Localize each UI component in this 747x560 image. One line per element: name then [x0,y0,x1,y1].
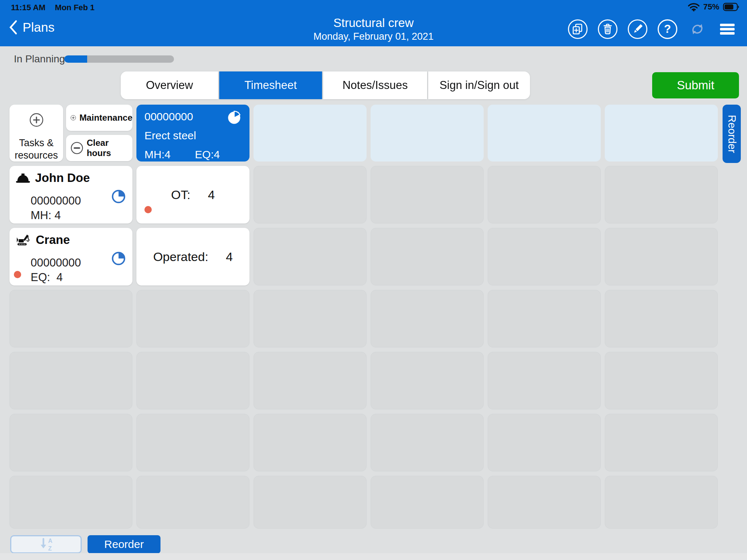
status-bar-left: 11:15 AM Mon Feb 1 [11,3,94,12]
empty-cell[interactable] [136,476,249,529]
edit-button[interactable] [627,19,648,39]
status-time: 11:15 AM [11,3,46,12]
reorder-side-label: Reorder [726,115,738,153]
wifi-icon [688,3,700,11]
resource-card-john-doe[interactable]: John Doe 00000000 MH: 4 [9,166,132,223]
menu-button[interactable] [717,19,738,39]
empty-cell[interactable] [9,290,132,347]
maintenance-button[interactable]: Maintenance [66,105,132,131]
empty-cell[interactable] [9,476,132,529]
header-toolbar: ? [568,19,738,39]
app-root: 11:15 AM Mon Feb 1 75% Plans [0,0,747,560]
delete-button[interactable] [597,19,618,39]
timesheet-cell-empty[interactable] [605,105,718,162]
help-button[interactable]: ? [657,19,678,39]
back-label: Plans [23,20,55,35]
empty-cell[interactable] [371,228,484,285]
empty-cell[interactable] [9,414,132,471]
reorder-bottom-button[interactable]: Reorder [88,535,160,553]
clear-hours-button[interactable]: Clear hours [66,135,132,161]
empty-cell[interactable] [371,414,484,471]
pie-chart-icon [227,110,241,125]
actions-stack: Maintenance Clear hours [66,105,132,162]
pie-chart-icon [111,251,126,266]
empty-cell[interactable] [488,414,601,471]
reorder-side-button[interactable]: Reorder [723,105,741,163]
svg-text:Z: Z [48,545,52,552]
empty-cell[interactable] [488,352,601,409]
tab-sign-in-out[interactable]: Sign in/Sign out [428,71,530,99]
empty-cell[interactable] [136,352,249,409]
empty-cell[interactable] [136,290,249,347]
pencil-icon [627,19,648,39]
task-eq: EQ:4 [195,148,220,161]
empty-cell[interactable] [253,166,367,223]
empty-cell[interactable] [605,290,718,347]
header-bar: 11:15 AM Mon Feb 1 75% Plans [0,0,747,46]
timesheet-cell-empty[interactable] [488,105,601,162]
copy-plan-button[interactable] [568,19,588,39]
empty-cell[interactable] [605,228,718,285]
chevron-left-icon [9,20,18,35]
hard-hat-icon [15,172,31,184]
timesheet-cell-empty[interactable] [371,105,484,162]
empty-cell[interactable] [253,414,367,471]
resource-hours: EQ: 4 [15,271,127,284]
status-dot [14,271,21,278]
empty-cell[interactable] [488,166,601,223]
planning-progress-bar [64,55,174,63]
grid-actions-cell: Tasks & resources Maintenance Clear hour… [9,105,132,162]
resource-name: Crane [36,233,70,247]
tasks-resources-button[interactable]: Tasks & resources [9,105,63,162]
empty-cell[interactable] [488,476,601,529]
empty-cell[interactable] [488,228,601,285]
back-button[interactable]: Plans [9,20,55,35]
task-code: 00000000 [144,110,193,123]
status-label: In Planning [14,53,65,65]
resource-code: 00000000 [15,194,127,207]
status-dot [144,206,152,213]
battery-percent: 75% [703,2,719,12]
resource-name: John Doe [35,171,90,185]
empty-cell[interactable] [253,352,367,409]
operated-hours-cell[interactable]: Operated: 4 [136,228,249,285]
empty-cell[interactable] [488,290,601,347]
operated-label: Operated: [153,250,208,264]
resource-card-crane[interactable]: Crane 00000000 EQ: 4 [9,228,132,285]
empty-cell[interactable] [605,476,718,529]
refresh-icon [687,19,708,39]
timesheet-cell-empty[interactable] [253,105,367,162]
empty-cell[interactable] [371,352,484,409]
empty-cell[interactable] [605,166,718,223]
tab-overview[interactable]: Overview [121,71,218,99]
bottom-safe-area [0,553,747,560]
empty-cell[interactable] [136,414,249,471]
empty-cell[interactable] [605,352,718,409]
sort-az-button[interactable]: A Z [10,535,82,553]
resource-hours: MH: 4 [15,209,127,222]
battery-icon [723,3,740,11]
ot-value: 4 [208,188,215,202]
clear-hours-label: Clear hours [87,138,132,158]
trash-icon [597,19,618,39]
empty-cell[interactable] [253,290,367,347]
empty-cell[interactable] [253,228,367,285]
status-date: Mon Feb 1 [55,3,95,12]
tab-timesheet[interactable]: Timesheet [219,71,322,99]
ot-label: OT: [171,188,190,202]
task-name: Erect steel [144,129,241,142]
ot-hours-cell[interactable]: OT: 4 [136,166,249,223]
empty-cell[interactable] [371,290,484,347]
empty-cell[interactable] [371,476,484,529]
task-card-erect-steel[interactable]: 00000000 Erect steel MH:4 EQ:4 [136,105,249,162]
empty-cell[interactable] [605,414,718,471]
empty-cell[interactable] [253,476,367,529]
sync-button[interactable] [687,19,708,39]
svg-text:A: A [48,538,53,544]
empty-cell[interactable] [9,352,132,409]
sort-az-icon: A Z [38,537,54,552]
submit-button[interactable]: Submit [652,72,739,98]
empty-cell[interactable] [371,166,484,223]
status-bar-right: 75% [688,2,740,12]
tab-notes-issues[interactable]: Notes/Issues [323,71,427,99]
